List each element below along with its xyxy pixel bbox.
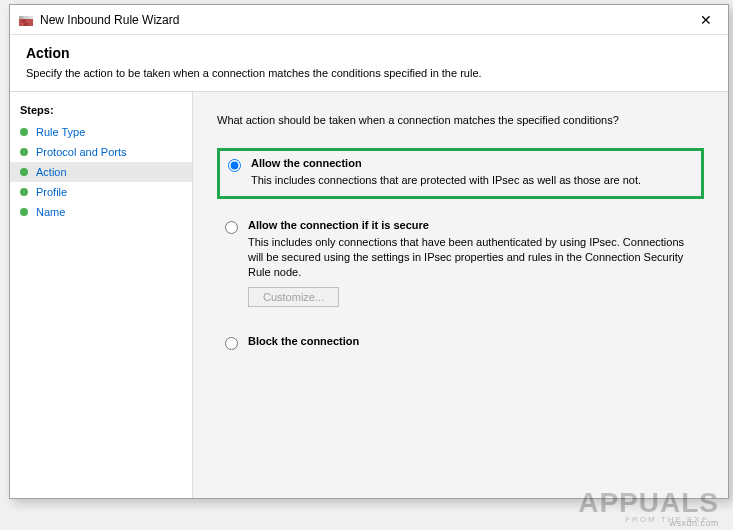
step-profile[interactable]: Profile [10, 182, 192, 202]
option-allow-if-secure[interactable]: Allow the connection if it is secure Thi… [217, 213, 704, 316]
bullet-icon [20, 208, 28, 216]
titlebar: New Inbound Rule Wizard ✕ [10, 5, 728, 35]
steps-sidebar: Steps: Rule Type Protocol and Ports Acti… [10, 92, 193, 498]
bullet-icon [20, 148, 28, 156]
option-block-connection[interactable]: Block the connection [217, 329, 704, 359]
source-watermark: wsxdn.com [669, 518, 719, 528]
step-label: Name [36, 206, 65, 218]
step-label: Protocol and Ports [36, 146, 127, 158]
option-desc: This includes connections that are prote… [251, 173, 693, 188]
page-title: Action [26, 45, 712, 61]
page-subtitle: Specify the action to be taken when a co… [26, 67, 712, 79]
svg-rect-5 [22, 19, 27, 22]
svg-rect-7 [24, 23, 29, 26]
step-action[interactable]: Action [10, 162, 192, 182]
step-label: Rule Type [36, 126, 85, 138]
steps-header: Steps: [10, 100, 192, 122]
svg-rect-3 [24, 16, 29, 19]
wizard-window: New Inbound Rule Wizard ✕ Action Specify… [9, 4, 729, 499]
radio-block[interactable] [225, 337, 238, 350]
bullet-icon [20, 168, 28, 176]
prompt-text: What action should be taken when a conne… [217, 114, 704, 126]
option-title: Block the connection [248, 335, 696, 347]
option-body: Allow the connection This includes conne… [251, 157, 693, 188]
wizard-body: Steps: Rule Type Protocol and Ports Acti… [10, 92, 728, 498]
firewall-icon [18, 12, 34, 28]
bullet-icon [20, 188, 28, 196]
close-button[interactable]: ✕ [692, 12, 720, 28]
option-title: Allow the connection if it is secure [248, 219, 696, 231]
step-label: Action [36, 166, 67, 178]
wizard-header: Action Specify the action to be taken wh… [10, 35, 728, 92]
step-rule-type[interactable]: Rule Type [10, 122, 192, 142]
svg-rect-2 [19, 16, 24, 19]
option-body: Block the connection [248, 335, 696, 351]
option-allow-connection[interactable]: Allow the connection This includes conne… [217, 148, 704, 199]
step-name[interactable]: Name [10, 202, 192, 222]
window-title: New Inbound Rule Wizard [40, 13, 692, 27]
bullet-icon [20, 128, 28, 136]
main-panel: What action should be taken when a conne… [193, 92, 728, 498]
radio-allow[interactable] [228, 159, 241, 172]
customize-button: Customize... [248, 287, 339, 307]
step-label: Profile [36, 186, 67, 198]
option-body: Allow the connection if it is secure Thi… [248, 219, 696, 308]
option-desc: This includes only connections that have… [248, 235, 696, 280]
step-protocol-and-ports[interactable]: Protocol and Ports [10, 142, 192, 162]
radio-allow-secure[interactable] [225, 221, 238, 234]
option-title: Allow the connection [251, 157, 693, 169]
